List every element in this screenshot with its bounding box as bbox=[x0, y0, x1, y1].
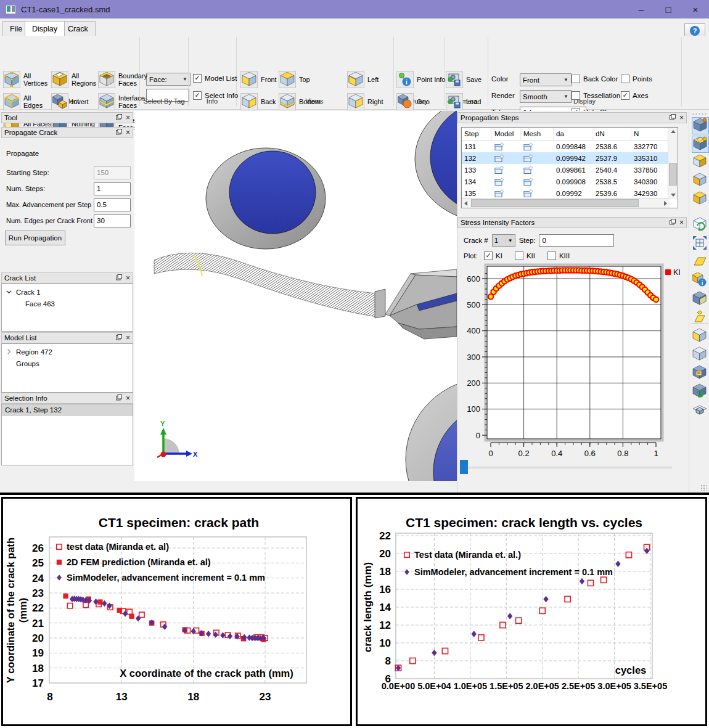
select-info-checkbox[interactable]: ✓Select Info bbox=[193, 91, 238, 100]
scroll-right-icon[interactable] bbox=[664, 201, 667, 206]
scroll-up-icon[interactable] bbox=[671, 130, 676, 133]
corner-cube-button[interactable] bbox=[692, 154, 708, 170]
scroll-left-icon[interactable] bbox=[464, 201, 467, 206]
column-header-n[interactable]: N bbox=[631, 128, 670, 140]
nested-box-button[interactable] bbox=[692, 365, 708, 381]
close-icon[interactable]: × bbox=[126, 395, 130, 401]
float-icon[interactable] bbox=[116, 114, 122, 121]
max-advancement-input[interactable]: 0.5 bbox=[94, 198, 131, 211]
table-row[interactable]: 1340.0999082538.5340390 bbox=[462, 176, 678, 187]
region-tree-item[interactable]: Region 472 bbox=[6, 346, 133, 358]
resize-grip[interactable] bbox=[700, 485, 707, 491]
plain-box-button[interactable] bbox=[692, 346, 708, 362]
tessellation-checkbox[interactable]: Tessellation bbox=[572, 91, 620, 100]
points-checkbox[interactable]: Points bbox=[621, 75, 652, 83]
model-list-checkbox[interactable]: ✓Model List bbox=[193, 74, 237, 83]
minimize-button[interactable]: – bbox=[628, 0, 655, 18]
mesh-file-icon[interactable] bbox=[521, 164, 554, 176]
column-header-da[interactable]: da bbox=[554, 128, 593, 140]
float-icon[interactable] bbox=[116, 274, 122, 282]
num-edges-input[interactable]: 30 bbox=[94, 215, 131, 227]
render-combo[interactable]: Smooth▼ bbox=[520, 90, 572, 103]
model-viewport[interactable]: Y X bbox=[134, 111, 457, 481]
mesh-file-icon[interactable] bbox=[521, 141, 554, 152]
cracked-model-button[interactable] bbox=[692, 117, 709, 134]
close-icon[interactable]: × bbox=[126, 129, 130, 136]
scrollbar-thumb[interactable] bbox=[669, 163, 677, 186]
float-icon[interactable] bbox=[116, 395, 122, 402]
view-top-button[interactable]: Top bbox=[278, 70, 328, 89]
model-file-icon[interactable] bbox=[492, 176, 521, 187]
column-header-mesh[interactable]: Mesh bbox=[521, 128, 554, 140]
groups-tree-item[interactable]: Groups bbox=[6, 358, 133, 369]
mesh-fit-button[interactable] bbox=[692, 235, 708, 252]
maximize-button[interactable]: □ bbox=[655, 0, 682, 18]
yellow-plane-button[interactable] bbox=[692, 254, 708, 270]
bottom-face-cube-button[interactable] bbox=[692, 191, 708, 207]
camera-load-button[interactable]: Load bbox=[445, 92, 491, 111]
crack-face-item[interactable]: Face 463 bbox=[6, 298, 133, 309]
color-combo[interactable]: Front▼ bbox=[520, 73, 572, 86]
close-icon[interactable]: × bbox=[126, 335, 130, 341]
back-color-checkbox[interactable]: Back Color bbox=[572, 75, 618, 83]
yellow-face-box-button[interactable] bbox=[692, 328, 708, 344]
float-icon[interactable] bbox=[116, 129, 122, 136]
run-propagation-button[interactable]: Run Propagation bbox=[5, 231, 65, 245]
plane-diamond-button[interactable] bbox=[692, 309, 708, 325]
point-info-button[interactable]: iPoint Info bbox=[396, 70, 448, 89]
close-icon[interactable]: × bbox=[679, 219, 684, 226]
boundary-faces-button[interactable]: Boundary Faces bbox=[97, 70, 155, 89]
open-box-button[interactable] bbox=[692, 291, 708, 307]
table-row[interactable]: 1330.0998612540.4337850 bbox=[462, 164, 678, 176]
toolbar-grip[interactable] bbox=[692, 113, 708, 115]
unfold-box-button[interactable] bbox=[692, 402, 708, 418]
all-regions-button[interactable]: All Regions bbox=[51, 70, 99, 89]
slider-handle[interactable] bbox=[460, 460, 468, 474]
view-front-button[interactable]: Front bbox=[240, 70, 284, 89]
close-icon[interactable]: × bbox=[679, 115, 684, 121]
selection-info-row[interactable]: Crack 1, Step 132 bbox=[2, 404, 133, 416]
geo-button[interactable]: Geo bbox=[396, 92, 448, 111]
close-icon[interactable]: × bbox=[126, 275, 130, 281]
close-icon[interactable]: × bbox=[126, 115, 130, 121]
camera-save-button[interactable]: Save bbox=[445, 70, 491, 89]
horizontal-scrollbar[interactable] bbox=[462, 198, 670, 208]
vertical-scrollbar[interactable] bbox=[668, 128, 678, 199]
crack-tree-item[interactable]: Crack 1 bbox=[6, 286, 133, 298]
scroll-down-icon[interactable] bbox=[671, 194, 676, 197]
mesh-file-icon[interactable] bbox=[521, 152, 554, 164]
num-steps-input[interactable]: 1 bbox=[94, 182, 131, 195]
mesh-file-icon[interactable] bbox=[521, 176, 554, 187]
column-header-dn[interactable]: dN bbox=[593, 128, 631, 140]
axes-checkbox[interactable]: ✓Axes bbox=[621, 91, 649, 100]
view-back-button[interactable]: Back bbox=[240, 92, 284, 111]
crack-number-combo[interactable]: 1▼ bbox=[492, 234, 515, 247]
propagation-steps-table[interactable]: StepModelMeshdadNN1310.0998482538.633277… bbox=[461, 127, 678, 208]
column-header-model[interactable]: Model bbox=[492, 128, 521, 140]
table-row[interactable]: 1310.0998482538.6332770 bbox=[462, 141, 678, 152]
close-button[interactable]: × bbox=[682, 0, 709, 18]
float-icon[interactable] bbox=[670, 219, 676, 226]
wireframe-refresh-button[interactable] bbox=[692, 217, 708, 233]
sif-step-slider[interactable] bbox=[457, 459, 687, 476]
interface-faces-button[interactable]: Interface Faces bbox=[97, 92, 155, 111]
view-left-button[interactable]: Left bbox=[346, 70, 395, 89]
scrollbar-thumb[interactable] bbox=[471, 199, 639, 207]
slider-track[interactable] bbox=[461, 467, 672, 469]
model-file-icon[interactable] bbox=[492, 164, 521, 176]
view-bottom-button[interactable]: Bottom bbox=[278, 92, 328, 111]
all-edges-button[interactable]: All Edges bbox=[2, 92, 52, 111]
float-icon[interactable] bbox=[116, 334, 122, 342]
column-header-step[interactable]: Step bbox=[462, 128, 492, 140]
top-face-cube-button[interactable] bbox=[692, 173, 708, 189]
sif-step-input[interactable]: 0 bbox=[539, 234, 614, 247]
face-info-button[interactable]: i bbox=[692, 272, 708, 288]
tab-crack[interactable]: Crack bbox=[60, 21, 96, 36]
box-refresh-button[interactable] bbox=[692, 383, 708, 399]
cracked-region-button[interactable] bbox=[692, 136, 709, 153]
all-vertices-button[interactable]: All Vertices bbox=[2, 70, 52, 89]
invert-button[interactable]: Invert bbox=[51, 92, 99, 111]
model-file-icon[interactable] bbox=[492, 152, 521, 164]
tab-display[interactable]: Display bbox=[25, 21, 65, 36]
table-row[interactable]: 1320.0999422537.9335310 bbox=[462, 152, 678, 164]
